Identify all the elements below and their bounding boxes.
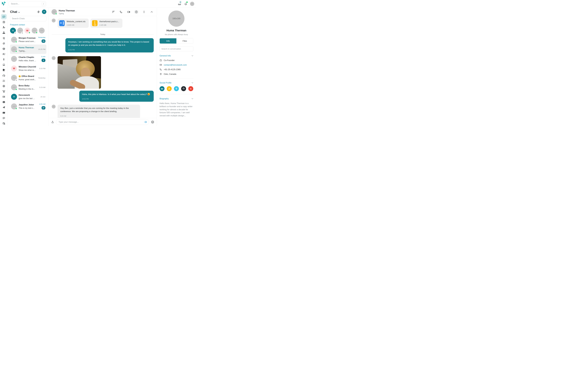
- paper-plane-icon[interactable]: [1, 105, 7, 110]
- user-avatar[interactable]: 50x50: [190, 2, 194, 6]
- info-circle-icon[interactable]: [134, 10, 138, 14]
- biography-text: Hello there, Huma Therman is a brilliant…: [160, 102, 193, 117]
- checklist-icon[interactable]: [1, 78, 7, 83]
- email-item: contact@hencework.com: [160, 64, 193, 66]
- search-chats-input[interactable]: [10, 16, 46, 21]
- chat-outline-icon[interactable]: [1, 115, 7, 121]
- zip-file-icon: [92, 20, 97, 26]
- sender-avatar: 50x50: [52, 105, 55, 108]
- message-composer: [49, 118, 157, 126]
- profile-status: No phone calls Always busy: [160, 33, 193, 36]
- chat-preview: Typing...: [19, 50, 37, 52]
- video-call-icon[interactable]: [126, 10, 131, 14]
- chat-bubble-icon[interactable]: [1, 14, 7, 19]
- calendar-icon[interactable]: [1, 99, 7, 105]
- email-link[interactable]: contact@hencework.com: [164, 64, 187, 66]
- signature-icon[interactable]: [1, 67, 7, 73]
- section-title: Social Profile: [160, 81, 171, 84]
- file-attachment-excel[interactable]: Website_content.xls 2,635 KB: [57, 19, 89, 28]
- share-upload-icon[interactable]: [51, 121, 54, 123]
- global-search: /: [9, 1, 46, 7]
- chat-list-item[interactable]: 100x100 Boss Baby Meeting in the m... 5:…: [10, 82, 46, 92]
- frequent-avatar[interactable]: 100x100: [17, 28, 23, 33]
- map-icon[interactable]: [1, 110, 7, 115]
- chat-list-item[interactable]: H Hencework give me the last ... 24 Jsn: [10, 92, 46, 101]
- gear-icon[interactable]: [37, 10, 40, 13]
- new-chat-button[interactable]: +: [42, 10, 46, 14]
- frequent-avatar[interactable]: 100x100: [39, 28, 45, 33]
- message-time: 11:52 PM: [68, 49, 151, 51]
- voice-call-icon[interactable]: [119, 10, 123, 14]
- info-icon[interactable]: [1, 57, 7, 62]
- target-icon[interactable]: [1, 83, 7, 89]
- outgoing-message: Anyways, I am working on something that …: [65, 38, 154, 53]
- profile-avatar: 180x180: [168, 11, 184, 27]
- chat-list-item-selected[interactable]: 100x100 Huma Therman Typing... 10:25 PM: [10, 44, 46, 54]
- message-input[interactable]: [56, 119, 149, 125]
- chat-time: 5:23 AM: [39, 86, 45, 88]
- unread-badge: 37: [41, 106, 45, 109]
- collapse-chevron-icon[interactable]: [150, 10, 154, 14]
- message-list: 50x50 Website_content.xls 2,635 KB theme…: [49, 16, 157, 118]
- google-drive-icon[interactable]: [167, 86, 172, 91]
- photo-message[interactable]: [57, 56, 101, 89]
- chat-time: 10:25 PM: [38, 48, 45, 50]
- file-attachment-zip[interactable]: themeforest-pack.z... 2.45 GB: [90, 19, 123, 28]
- search-conversation-input[interactable]: [160, 46, 193, 51]
- inbox-icon[interactable]: 4: [178, 2, 181, 6]
- kanban-icon[interactable]: [1, 9, 7, 14]
- add-user-icon[interactable]: [111, 10, 115, 14]
- chat-list-item[interactable]: 100x100 Chariie Chaplin Hello mike, than…: [10, 54, 46, 64]
- flowchart-icon[interactable]: [1, 89, 7, 94]
- org-chart-icon[interactable]: [1, 30, 7, 35]
- google-icon[interactable]: G: [188, 86, 193, 91]
- github-icon[interactable]: [181, 86, 186, 91]
- app-window: Q @ / 4: [0, 0, 196, 126]
- chat-list-item[interactable]: W Winston Churchil Show me what re... 3:…: [10, 64, 46, 73]
- emoji-picker-icon[interactable]: [151, 121, 154, 124]
- notification-dot: [186, 1, 188, 3]
- message-time: 9:20 AM: [60, 115, 137, 117]
- frequent-avatar[interactable]: H: [10, 28, 16, 33]
- frequent-avatar[interactable]: 100x100: [32, 28, 38, 33]
- chat-preview: Please send som...: [19, 40, 36, 42]
- conversation-avatar: 100x100: [52, 9, 57, 15]
- location-item: Oslo, Canada: [160, 73, 193, 75]
- at-sign-icon[interactable]: @: [1, 41, 7, 46]
- contact-book-icon[interactable]: [1, 19, 7, 25]
- day-divider: Today: [52, 33, 154, 36]
- online-dot: [15, 51, 17, 52]
- biography-section-toggle[interactable]: Biography: [160, 97, 193, 100]
- screen-share-icon[interactable]: [1, 51, 7, 57]
- behance-icon[interactable]: Bē: [160, 86, 164, 91]
- globe-icon[interactable]: [1, 46, 7, 51]
- chat-list-item[interactable]: 100x100 Morgan Freeman Please send som..…: [10, 35, 46, 44]
- calendar-clock-icon[interactable]: [1, 121, 7, 126]
- send-message-icon[interactable]: [144, 121, 147, 124]
- frequent-contacts: H 100x100 W 100x100: [10, 28, 46, 33]
- q-letter-icon[interactable]: Q: [1, 35, 7, 41]
- frequent-avatar[interactable]: W: [25, 28, 30, 33]
- laptop-icon[interactable]: [1, 62, 7, 67]
- dropbox-icon[interactable]: [174, 86, 179, 91]
- user-edit-icon[interactable]: [1, 25, 7, 30]
- tab-info[interactable]: Info: [160, 38, 176, 43]
- ticket-icon[interactable]: [1, 94, 7, 99]
- divider: [160, 94, 193, 94]
- social-profile-section-toggle[interactable]: Social Profile: [160, 81, 193, 84]
- chat-list-item[interactable]: 100x100 Jaquiline Joker This is my test …: [10, 101, 46, 111]
- notifications-bell-icon[interactable]: [184, 2, 188, 6]
- general-info-section-toggle[interactable]: General Info: [160, 54, 193, 57]
- briefcase-icon: [160, 59, 162, 62]
- online-dot: [15, 108, 17, 109]
- kebab-menu-icon[interactable]: [142, 10, 146, 14]
- tab-files[interactable]: Files: [176, 38, 193, 43]
- global-search-input[interactable]: [9, 1, 46, 7]
- headset-icon[interactable]: [1, 73, 7, 78]
- location-pin-icon: [160, 73, 162, 75]
- chat-name: Winston Churchil: [19, 66, 38, 68]
- outgoing-message: Haha, this joke is hilarious. Is it what…: [79, 91, 154, 102]
- chevron-down-icon: [191, 55, 193, 56]
- chat-list-item[interactable]: 100x100 Office Board Huma: great work...…: [10, 73, 46, 82]
- chat-section-dropdown[interactable]: Chat: [10, 10, 20, 14]
